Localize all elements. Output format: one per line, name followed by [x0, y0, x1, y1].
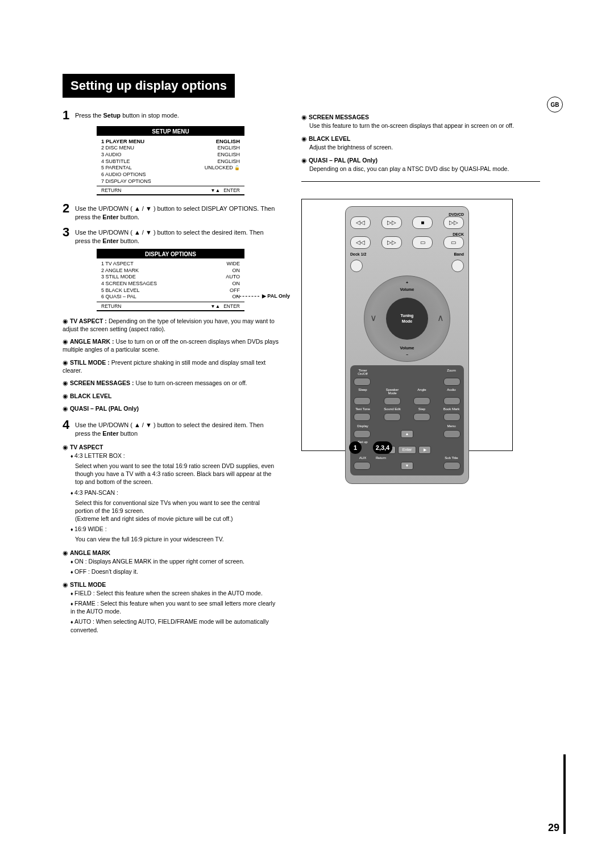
divider: [301, 181, 540, 182]
step-2: 2 Use the UP/DOWN ( ▲ / ▼ ) button to se…: [63, 201, 279, 222]
stop-icon: ▭: [412, 236, 433, 249]
audio-label: Audio: [442, 388, 460, 395]
minus-icon: −: [406, 353, 408, 357]
step-number: 4: [63, 418, 75, 438]
step-label: Step: [413, 407, 431, 411]
m2-r2-l: 2 ANGLE MARK: [101, 268, 139, 274]
def-still-mode-h: STILL MODE :: [63, 359, 110, 366]
step-number: 3: [63, 225, 75, 245]
small-button: [413, 397, 430, 405]
small-button: [354, 397, 371, 405]
m2-r4-r: ON: [233, 281, 240, 287]
remote-bottom-panel: Timer On/Off Zoom Sleep Speaker Mode Ang…: [350, 365, 464, 475]
remote-body: DVD/CD ◁◁ ▷▷ ■ ▷▷ DECK ◁◁ ▷▷ ▭ ▭: [345, 206, 469, 484]
small-button: [354, 378, 371, 386]
tv-aspect-1-t: 4:3 LETTER BOX :: [70, 452, 279, 460]
step-2-bold: Enter: [102, 214, 118, 220]
book-label: Book Mark: [442, 407, 460, 411]
def-screen-msg-h: SCREEN MESSAGES :: [63, 379, 134, 386]
r-black-level-d: Adjust the brightness of screen.: [309, 143, 540, 151]
display-options-box: DISPLAY OPTIONS 1 TV ASPECTWIDE 2 ANGLE …: [97, 249, 244, 311]
angle-label: Angle: [413, 388, 431, 395]
deck-label: DECK: [350, 232, 464, 236]
r-quasi-pal-d: Depending on a disc, you can play a NTSC…: [309, 165, 540, 173]
remote-illustration: DVD/CD ◁◁ ▷▷ ■ ▷▷ DECK ◁◁ ▷▷ ▭ ▭: [301, 199, 513, 451]
step-1-text-a: Press the: [75, 112, 103, 119]
tuning-label: Tuning: [401, 313, 414, 318]
pal-only-note: PAL Only: [267, 293, 290, 299]
left-column: 1 Press the Setup button in stop mode. S…: [63, 108, 279, 636]
m1-r6-l: 6 AUDIO OPTIONS: [101, 172, 146, 178]
timer-label: Timer On/Off: [354, 369, 372, 375]
sleep-label: Sleep: [354, 388, 372, 395]
plus-icon: +: [406, 281, 408, 285]
m2-r4-l: 4 SCREEN MESSAGES: [101, 281, 157, 287]
small-button: [413, 413, 430, 421]
tv-aspect-3-d: You can view the full 16:9 picture in yo…: [75, 535, 279, 543]
step-3-text-b: button.: [118, 237, 139, 244]
language-badge: GB: [547, 97, 563, 112]
m2-r5-l: 5 BLACK LEVEL: [101, 287, 140, 294]
m1-enter: ENTER: [223, 187, 240, 193]
display-options-header: DISPLAY OPTIONS: [97, 250, 244, 258]
speaker-label: Speaker Mode: [383, 388, 401, 395]
def-black-level-h: BLACK LEVEL: [63, 393, 279, 399]
m1-r4-r: ENGLISH: [217, 158, 240, 165]
still-mode-3: AUTO : When selecting AUTO, FIELD/FRAME …: [70, 617, 279, 633]
m1-r4-l: 4 SUBTITLE: [101, 158, 130, 165]
chevron-left-icon: ∨: [370, 312, 377, 323]
m2-enter: ENTER: [223, 303, 240, 309]
ring-center: Tuning Mode: [386, 298, 428, 340]
volume-up-label: Volume: [400, 287, 414, 291]
band-button: [451, 260, 464, 272]
m2-r1-l: 1 TV ASPECT: [101, 261, 134, 268]
step-1-text-b: button in stop mode.: [121, 112, 179, 119]
sound-label: Sound Edit: [383, 407, 401, 411]
menu-button: [443, 430, 460, 438]
callout-badge-234: 2,3,4: [373, 441, 392, 454]
m2-return: RETURN: [101, 303, 121, 309]
tv-aspect-3-t: 16:9 WIDE :: [70, 525, 279, 533]
play-icon: ▭: [443, 236, 464, 249]
step-4-bold: Enter: [102, 430, 118, 437]
m1-r1-r: ENGLISH: [216, 138, 240, 145]
m1-r3-r: ENGLISH: [217, 152, 240, 158]
test-label: Test Tone: [354, 407, 372, 411]
stop-icon: ■: [412, 216, 433, 229]
mode-label: Mode: [402, 319, 412, 324]
step-4: 4 Use the UP/DOWN ( ▲ / ▼ ) button to se…: [63, 418, 279, 438]
m1-r2-l: 2 DISC MENU: [101, 145, 134, 152]
step-3-bold: Enter: [102, 237, 118, 244]
small-button: [443, 397, 460, 405]
right-arrow-icon: ▶: [418, 446, 431, 454]
def-tv-aspect-h: TV ASPECT :: [63, 318, 107, 324]
subtitle-button: [443, 462, 460, 470]
m1-r3-l: 3 AUDIO: [101, 152, 122, 158]
return-label: Return: [372, 456, 390, 460]
def-quasi-pal-h: QUASI – PAL (PAL Only): [63, 405, 279, 412]
still-mode-1: FIELD : Select this feature when the scr…: [70, 589, 279, 597]
page-number: 29: [548, 822, 559, 834]
right-column: SCREEN MESSAGES Use this feature to turn…: [301, 108, 540, 636]
setup-menu-box: SETUP MENU 1 PLAYER MENUENGLISH 2 DISC M…: [97, 126, 244, 195]
subtitle-label: Sub Title: [442, 456, 460, 460]
m1-return: RETURN: [101, 187, 121, 193]
dotted-line-icon: [237, 296, 259, 297]
step-1-bold: Setup: [103, 112, 121, 119]
dvdcd-label: DVD/CD: [350, 212, 464, 216]
angle-mark-2: OFF : Doesn't display it.: [70, 567, 279, 575]
small-button: [384, 413, 401, 421]
m2-r3-r: AUTO: [226, 274, 240, 281]
display-button: [354, 430, 371, 438]
step-2-text-b: button.: [118, 214, 139, 220]
zoom-label: Zoom: [442, 369, 460, 375]
still-mode-2: FRAME : Select this feature when you wan…: [70, 599, 279, 615]
next-icon: ▷▷: [381, 216, 402, 229]
enter-button: Enter: [398, 446, 416, 454]
still-mode-head: STILL MODE: [63, 581, 279, 588]
page-title: Setting up display options: [63, 74, 235, 98]
up-arrow-icon: ▲: [401, 430, 413, 438]
small-button: [354, 413, 371, 421]
deck12-label: Deck 1/2: [350, 252, 366, 256]
r-screen-msg-d: Use this feature to turn the on-screen d…: [309, 122, 540, 130]
